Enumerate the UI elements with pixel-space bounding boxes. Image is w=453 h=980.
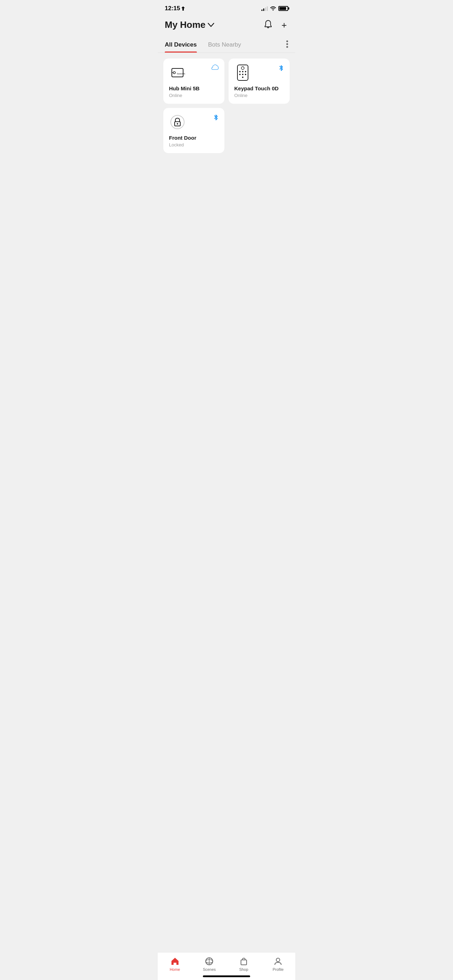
- chevron-down-icon: [208, 23, 214, 27]
- time-display: 12:15: [165, 5, 180, 12]
- cloud-icon: [211, 64, 219, 72]
- signal-strength: [261, 6, 268, 11]
- svg-point-15: [245, 74, 246, 75]
- front-door-status: Locked: [169, 142, 219, 148]
- device-card-keypad-touch[interactable]: Keypad Touch 0D Online: [229, 59, 290, 104]
- front-door-name: Front Door: [169, 135, 219, 141]
- tab-all-devices[interactable]: All Devices: [165, 37, 197, 52]
- device-grid: SwitchBot Hub Mini 5B Online: [158, 53, 295, 159]
- svg-point-19: [177, 123, 178, 124]
- keypad-name: Keypad Touch 0D: [234, 85, 284, 91]
- keypad-status: Online: [234, 93, 284, 98]
- svg-point-11: [242, 71, 243, 72]
- home-title[interactable]: My Home: [165, 19, 214, 30]
- header: My Home +: [158, 15, 295, 37]
- tab-bots-nearby[interactable]: Bots Nearby: [208, 37, 241, 52]
- add-button[interactable]: +: [280, 19, 288, 31]
- bluetooth-icon: [278, 64, 284, 74]
- svg-point-14: [242, 74, 243, 75]
- tabs-more-button[interactable]: [286, 40, 288, 50]
- status-icons: [261, 6, 288, 11]
- svg-point-10: [239, 71, 241, 72]
- bell-icon: [264, 20, 272, 29]
- hub-mini-name: Hub Mini 5B: [169, 85, 219, 91]
- keypad-icon: [234, 64, 251, 81]
- svg-point-1: [286, 40, 288, 42]
- home-title-text: My Home: [165, 19, 206, 30]
- svg-point-3: [286, 46, 288, 48]
- hub-mini-status: Online: [169, 93, 219, 98]
- svg-point-13: [239, 74, 241, 75]
- wifi-icon: [270, 6, 276, 11]
- lock-icon: [169, 114, 186, 130]
- svg-point-0: [273, 10, 274, 11]
- svg-point-16: [242, 76, 243, 78]
- main-content: SwitchBot Hub Mini 5B Online: [158, 53, 295, 194]
- hub-mini-icon: SwitchBot: [169, 64, 186, 81]
- notification-button[interactable]: [262, 18, 274, 32]
- device-card-front-door[interactable]: Front Door Locked: [163, 108, 224, 153]
- more-icon: [286, 40, 288, 48]
- status-time: 12:15: [165, 5, 185, 12]
- svg-rect-8: [237, 65, 248, 80]
- status-bar: 12:15: [158, 0, 295, 15]
- device-card-hub-mini[interactable]: SwitchBot Hub Mini 5B Online: [163, 59, 224, 104]
- battery-icon: [278, 6, 288, 11]
- tabs-bar: All Devices Bots Nearby: [158, 37, 295, 53]
- location-icon: [181, 6, 185, 11]
- svg-text:SwitchBot: SwitchBot: [177, 73, 185, 75]
- svg-point-2: [286, 43, 288, 45]
- svg-point-12: [245, 71, 246, 72]
- bluetooth-icon-2: [213, 114, 219, 123]
- svg-point-9: [241, 67, 244, 70]
- header-actions: +: [262, 18, 288, 32]
